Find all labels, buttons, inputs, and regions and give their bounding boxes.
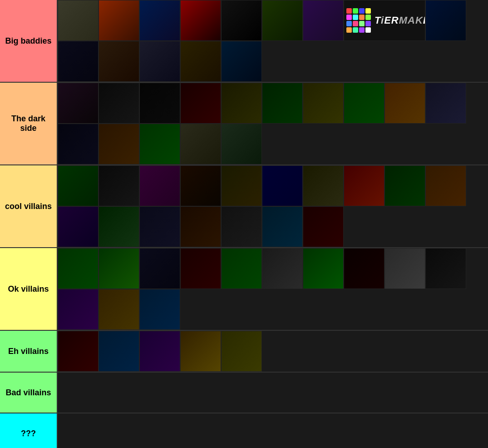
list-item [262, 165, 303, 206]
list-item [221, 0, 262, 41]
list-item [425, 248, 466, 289]
list-item [221, 248, 262, 289]
list-item [262, 206, 303, 247]
list-item [139, 248, 180, 289]
list-item [58, 331, 99, 372]
list-item [139, 83, 180, 124]
dark-side-row: The dark side [0, 83, 488, 165]
list-item [99, 83, 139, 124]
list-item [344, 165, 384, 206]
list-item [99, 124, 139, 164]
list-item [139, 41, 180, 82]
tiermaker-logo-box: TiERMAKER [344, 0, 425, 41]
list-item [303, 0, 344, 41]
list-item [384, 165, 425, 206]
cool-villains-label: cool villains [0, 165, 57, 247]
list-item [425, 83, 466, 124]
list-item [221, 124, 262, 164]
big-baddies-content: TiERMAKER [57, 0, 488, 82]
list-item [58, 124, 99, 164]
list-item [221, 41, 262, 82]
unknown-label: ??? [0, 413, 57, 448]
tier-list: Big baddies TiERMAKER [0, 0, 488, 448]
dark-side-content [57, 83, 488, 164]
list-item [262, 248, 303, 289]
eh-villains-label: Eh villains [0, 331, 57, 372]
list-item [99, 165, 139, 206]
list-item [58, 83, 99, 124]
list-item [425, 165, 466, 206]
bad-villains-content [57, 373, 488, 413]
ok-villains-label: Ok villains [0, 248, 57, 330]
list-item [384, 248, 425, 289]
eh-villains-content [57, 331, 488, 372]
list-item [58, 41, 99, 82]
list-item [262, 0, 303, 41]
list-item [221, 83, 262, 124]
list-item [303, 248, 344, 289]
list-item [99, 41, 139, 82]
list-item [221, 165, 262, 206]
list-item [221, 206, 262, 247]
list-item [180, 0, 221, 41]
list-item [425, 0, 466, 41]
ok-villains-content [57, 248, 488, 330]
list-item [180, 331, 221, 372]
list-item [58, 206, 99, 247]
list-item [303, 206, 344, 247]
bad-villains-row: Bad villains [0, 373, 488, 413]
cool-villains-content [57, 165, 488, 247]
list-item [139, 331, 180, 372]
list-item [180, 41, 221, 82]
eh-villains-row: Eh villains [0, 331, 488, 373]
dark-side-label: The dark side [0, 83, 57, 164]
list-item [139, 289, 180, 330]
header-row: Big baddies TiERMAKER [0, 0, 488, 83]
list-item [139, 206, 180, 247]
big-baddies-label: Big baddies [0, 0, 57, 82]
unknown-content [57, 413, 488, 448]
list-item [303, 165, 344, 206]
list-item [58, 165, 99, 206]
list-item [303, 83, 344, 124]
list-item [221, 331, 262, 372]
list-item [180, 124, 221, 164]
list-item [180, 165, 221, 206]
list-item [139, 124, 180, 164]
list-item [262, 83, 303, 124]
ok-villains-row: Ok villains [0, 248, 488, 331]
list-item [344, 248, 384, 289]
unknown-row: ??? [0, 413, 488, 448]
cool-villains-row: cool villains [0, 165, 488, 248]
list-item [180, 83, 221, 124]
list-item [58, 0, 99, 41]
list-item [99, 248, 139, 289]
list-item [58, 289, 99, 330]
list-item [384, 83, 425, 124]
list-item [180, 206, 221, 247]
logo-grid [346, 8, 371, 33]
bad-villains-label: Bad villains [0, 373, 57, 413]
list-item [99, 0, 139, 41]
list-item [139, 0, 180, 41]
list-item [139, 165, 180, 206]
list-item [180, 248, 221, 289]
list-item [58, 248, 99, 289]
list-item [99, 331, 139, 372]
list-item [99, 206, 139, 247]
logo-text: TiERMAKER [375, 15, 425, 26]
list-item [344, 83, 384, 124]
list-item [99, 289, 139, 330]
